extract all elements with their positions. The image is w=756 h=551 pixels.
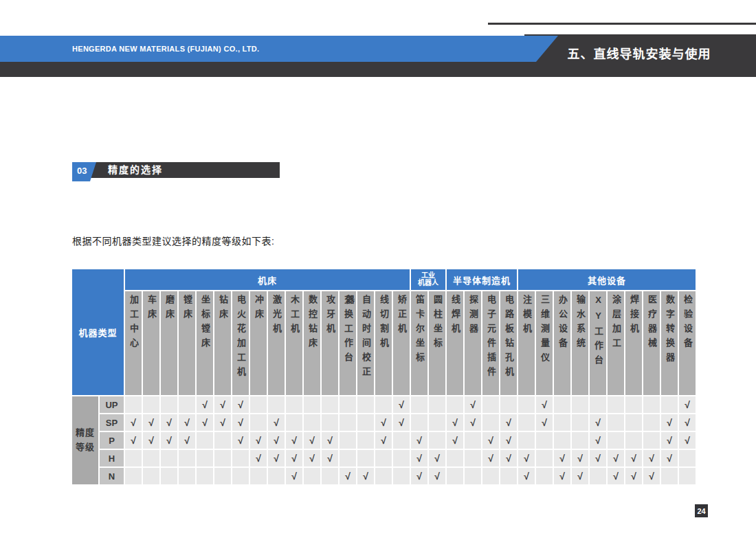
check-cell [161,468,177,484]
check-cell [643,396,660,413]
check-cell [250,414,267,431]
table-column-header: 检验设备 [679,291,696,395]
check-cell: √ [590,450,606,466]
check-cell: √ [447,432,463,449]
check-cell [518,414,535,431]
check-cell [625,432,642,449]
check-cell [250,468,267,484]
check-cell: √ [465,414,481,431]
check-cell: √ [268,450,285,466]
table-column-header: 输水系统 [572,291,588,395]
check-cell [197,450,213,466]
check-cell: √ [590,414,606,431]
section-title: 精度的选择 [108,162,163,178]
check-cell: √ [625,468,642,484]
check-cell [625,396,642,413]
check-cell: √ [357,468,374,484]
check-cell: √ [500,414,517,431]
table-grade-label: P [100,432,124,449]
check-cell: √ [161,414,177,431]
check-cell [214,450,231,466]
check-cell [357,414,374,431]
check-cell [643,432,660,449]
check-cell: √ [250,450,267,466]
check-cell [500,468,517,484]
table-column-header: 电火花加工机 [232,291,249,395]
check-cell [661,396,678,413]
check-cell: √ [393,414,410,431]
check-cell [608,414,624,431]
check-cell [429,396,445,413]
check-cell [375,396,392,413]
check-cell [482,468,499,484]
check-cell: √ [232,396,249,413]
check-cell [304,414,320,431]
check-cell: √ [340,468,356,484]
table-column-header: 激光机 [268,291,285,395]
table-side-label-precision-grade: 精度等级 [72,396,98,484]
check-cell: √ [661,432,678,449]
check-cell: √ [500,450,517,466]
check-cell: √ [214,414,231,431]
table-column-header: 线切割机 [375,291,392,395]
table-grade-label: UP [100,396,124,413]
check-cell: √ [679,414,696,431]
section-header-bar: 精度的选择 [72,162,280,178]
check-cell [447,468,463,484]
table-column-header: 医疗器械 [643,291,660,395]
check-cell: √ [679,432,696,449]
check-cell [661,468,678,484]
table-group-header: 其他设备 [518,269,696,290]
check-cell [125,396,142,413]
check-cell: √ [322,432,338,449]
check-cell [411,396,427,413]
check-cell [590,396,606,413]
check-cell: √ [625,450,642,466]
check-cell [393,450,410,466]
check-cell: √ [161,432,177,449]
check-cell: √ [429,468,445,484]
check-cell: √ [304,450,320,466]
check-cell [125,468,142,484]
check-cell [608,432,624,449]
check-cell [572,396,588,413]
table-column-header: 电路板钻孔机 [500,291,517,395]
check-cell: √ [286,450,302,466]
check-cell: √ [375,432,392,449]
check-cell [197,468,213,484]
check-cell [179,468,195,484]
check-cell: √ [232,414,249,431]
check-cell: √ [661,450,678,466]
check-cell [482,414,499,431]
check-cell [554,396,570,413]
check-cell [375,468,392,484]
check-cell: √ [322,450,338,466]
check-cell: √ [590,432,606,449]
check-cell [357,450,374,466]
check-cell [554,414,570,431]
check-cell [518,432,535,449]
check-cell: √ [250,432,267,449]
check-cell [608,396,624,413]
precision-table: 机器类型机床工业机器人半导体制造机其他设备加工中心车床磨床镗床坐标镗床钻床电火花… [72,269,696,484]
table-column-header: 笛卡尔坐标 [411,291,427,395]
table-column-header: 数控钻床 [304,291,320,395]
table-column-header: 探测器 [465,291,481,395]
check-cell [536,432,553,449]
check-cell: √ [268,414,285,431]
section-number: 03 [77,162,87,179]
check-cell [232,450,249,466]
table-group-header: 半导体制造机 [447,269,517,290]
table-column-header: 电子元件插件 [482,291,499,395]
check-cell: √ [572,468,588,484]
check-cell [143,396,159,413]
table-column-header: 车床 [143,291,159,395]
check-cell [286,396,302,413]
check-cell: √ [608,450,624,466]
check-cell [447,396,463,413]
table-group-header: 机床 [125,269,410,290]
check-cell [143,468,159,484]
check-cell: √ [268,432,285,449]
check-cell [214,432,231,449]
check-cell: √ [179,414,195,431]
